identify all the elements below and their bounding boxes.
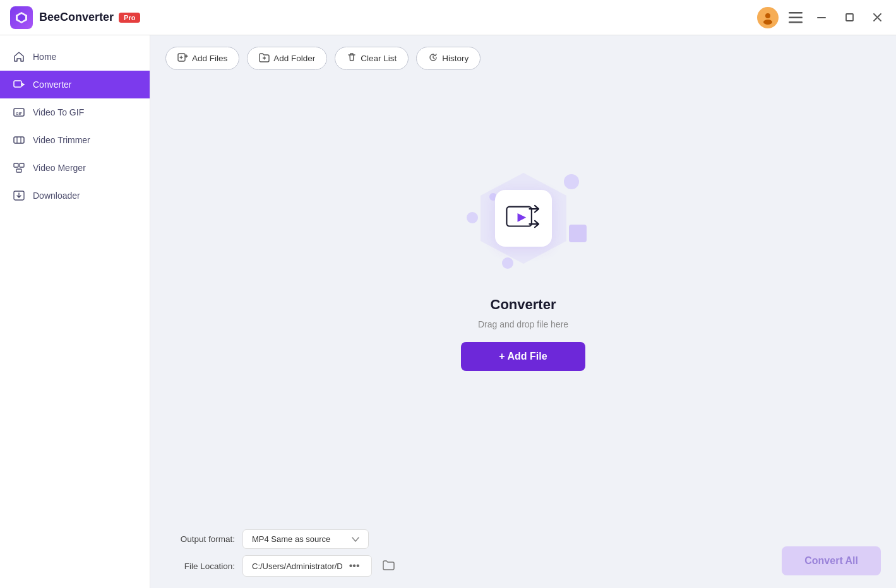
output-format-value: MP4 Same as source bbox=[252, 534, 348, 544]
history-button[interactable]: History bbox=[416, 47, 481, 70]
titlebar: BeeConverter Pro bbox=[0, 0, 896, 35]
converter-graphic-icon bbox=[495, 190, 552, 247]
app-logo bbox=[10, 6, 33, 29]
sidebar-item-converter[interactable]: Converter bbox=[0, 71, 150, 98]
pro-badge: Pro bbox=[119, 13, 140, 23]
sidebar-item-video-merger-label: Video Merger bbox=[33, 163, 86, 173]
sidebar: Home Converter GIF Video To GIF bbox=[0, 35, 150, 588]
converter-icon bbox=[13, 78, 25, 91]
output-settings: Output format: MP4 Same as source File L… bbox=[165, 529, 881, 577]
sidebar-item-home[interactable]: Home bbox=[0, 43, 150, 71]
add-folder-label: Add Folder bbox=[273, 54, 315, 63]
dropzone[interactable]: Converter Drag and drop file here + Add … bbox=[150, 81, 896, 520]
file-location-row: File Location: C:/Users/Administrator/D … bbox=[165, 555, 881, 577]
maximize-button[interactable] bbox=[840, 9, 858, 26]
svg-rect-5 bbox=[789, 16, 803, 18]
add-files-button[interactable]: Add Files bbox=[165, 47, 239, 70]
menu-icon[interactable] bbox=[789, 12, 803, 23]
minimize-button[interactable] bbox=[813, 9, 830, 26]
clear-list-button[interactable]: Clear List bbox=[335, 47, 409, 70]
sidebar-item-video-to-gif-label: Video To GIF bbox=[33, 107, 84, 117]
sidebar-item-video-merger[interactable]: Video Merger bbox=[0, 154, 150, 182]
svg-rect-8 bbox=[846, 14, 853, 21]
bubble-4 bbox=[502, 257, 513, 269]
sidebar-item-downloader[interactable]: Downloader bbox=[0, 182, 150, 209]
main-layout: Home Converter GIF Video To GIF bbox=[0, 35, 896, 588]
convert-all-button[interactable]: Convert All bbox=[782, 546, 881, 575]
add-folder-button[interactable]: Add Folder bbox=[247, 47, 327, 70]
dropzone-subtitle: Drag and drop file here bbox=[478, 319, 568, 329]
format-dropdown-arrow bbox=[352, 534, 359, 544]
history-label: History bbox=[442, 54, 469, 63]
file-location-input[interactable]: C:/Users/Administrator/D ••• bbox=[242, 555, 372, 577]
bubble-1 bbox=[467, 212, 478, 223]
output-format-label: Output format: bbox=[165, 534, 235, 544]
video-trimmer-icon bbox=[13, 134, 25, 146]
output-format-row: Output format: MP4 Same as source bbox=[165, 529, 881, 549]
app-name: BeeConverter bbox=[39, 11, 114, 24]
sidebar-item-video-trimmer[interactable]: Video Trimmer bbox=[0, 126, 150, 154]
window-controls bbox=[757, 7, 886, 28]
sidebar-item-video-to-gif[interactable]: GIF Video To GIF bbox=[0, 98, 150, 126]
svg-rect-19 bbox=[16, 169, 21, 172]
add-folder-icon bbox=[259, 52, 270, 64]
svg-rect-11 bbox=[14, 81, 21, 87]
location-dots-button[interactable]: ••• bbox=[347, 560, 362, 572]
sidebar-item-home-label: Home bbox=[33, 52, 56, 62]
output-format-select[interactable]: MP4 Same as source bbox=[242, 529, 369, 549]
location-folder-button[interactable] bbox=[379, 559, 397, 573]
bubble-5 bbox=[569, 225, 587, 242]
add-file-button[interactable]: + Add File bbox=[461, 342, 585, 371]
svg-rect-17 bbox=[14, 163, 18, 167]
home-icon bbox=[13, 50, 25, 63]
add-files-label: Add Files bbox=[192, 54, 227, 63]
svg-rect-6 bbox=[789, 21, 803, 23]
close-button[interactable] bbox=[868, 9, 886, 26]
video-to-gif-icon: GIF bbox=[13, 106, 25, 119]
toolbar: Add Files Add Folder Clear List bbox=[150, 35, 896, 81]
video-merger-icon bbox=[13, 162, 25, 174]
dropzone-title: Converter bbox=[491, 297, 556, 313]
svg-rect-4 bbox=[789, 12, 803, 14]
svg-point-2 bbox=[765, 13, 770, 18]
add-files-icon bbox=[177, 52, 188, 64]
history-icon bbox=[428, 52, 438, 64]
bubble-3 bbox=[564, 174, 579, 189]
sidebar-item-video-trimmer-label: Video Trimmer bbox=[33, 135, 90, 145]
downloader-icon bbox=[13, 189, 25, 202]
clear-list-icon bbox=[347, 52, 357, 64]
bottombar: Output format: MP4 Same as source File L… bbox=[150, 520, 896, 588]
file-location-value: C:/Users/Administrator/D bbox=[252, 562, 343, 571]
svg-rect-18 bbox=[20, 163, 24, 167]
user-avatar[interactable] bbox=[757, 7, 779, 28]
file-location-label: File Location: bbox=[165, 562, 235, 571]
svg-point-3 bbox=[763, 20, 772, 25]
content-area: Add Files Add Folder Clear List bbox=[150, 35, 896, 588]
clear-list-label: Clear List bbox=[361, 54, 397, 63]
dropzone-graphic bbox=[454, 155, 593, 281]
svg-rect-14 bbox=[14, 137, 24, 143]
svg-rect-7 bbox=[817, 17, 826, 18]
sidebar-item-converter-label: Converter bbox=[33, 79, 71, 90]
sidebar-item-downloader-label: Downloader bbox=[33, 191, 80, 201]
svg-text:GIF: GIF bbox=[16, 112, 22, 115]
